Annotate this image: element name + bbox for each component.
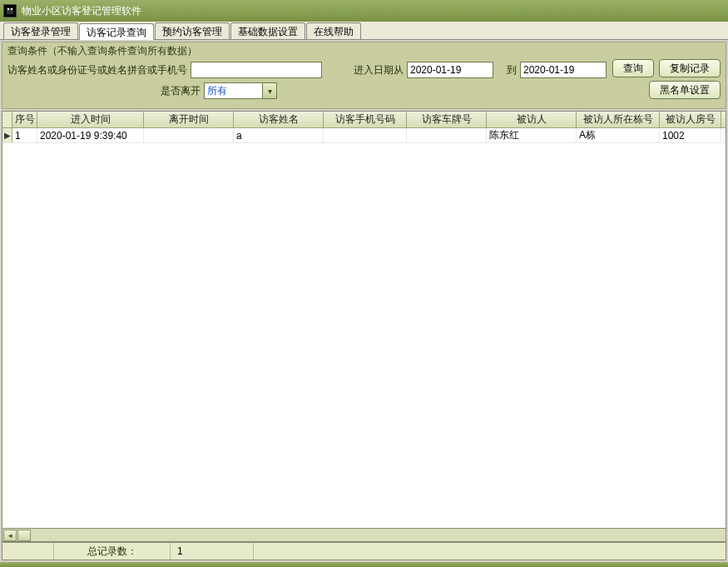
col-entry-time[interactable]: 进入时间 [37,112,144,127]
status-filler [254,543,726,560]
app-icon [3,4,17,17]
row-indicator-icon: ▶ [2,128,12,142]
chevron-down-icon[interactable]: ▾ [262,82,277,99]
status-bar: 总记录数： 1 [2,542,726,560]
horizontal-scrollbar[interactable]: ◂ [2,529,726,542]
status-total-value: 1 [171,543,254,560]
visitor-keyword-label: 访客姓名或身份证号或姓名拼音或手机号 [7,63,187,77]
grid-body[interactable]: ▶ 1 2020-01-19 9:39:40 a 陈东红 A栋 1002 [2,128,726,528]
cell-visitor-name: a [234,128,324,142]
scroll-left-icon[interactable]: ◂ [3,530,17,541]
window-bottom-border [0,562,728,567]
titlebar: 物业小区访客登记管理软件 [0,0,728,22]
left-flag-label: 是否离开 [161,84,201,98]
col-seq[interactable]: 序号 [12,112,37,127]
cell-seq: 1 [12,128,37,142]
query-button[interactable]: 查询 [612,59,654,77]
col-room[interactable]: 被访人房号 [660,112,721,127]
status-cell-blank [2,543,54,560]
records-grid: 序号 进入时间 离开时间 访客姓名 访客手机号码 访客车牌号 被访人 被访人所在… [2,111,726,529]
scroll-thumb[interactable] [17,530,31,541]
svg-rect-2 [11,8,12,10]
app-title: 物业小区访客登记管理软件 [22,4,141,18]
grid-corner [2,112,12,127]
blacklist-settings-button[interactable]: 黑名单设置 [649,81,721,99]
cell-room: 1002 [660,128,721,142]
table-row[interactable]: ▶ 1 2020-01-19 9:39:40 a 陈东红 A栋 1002 [2,128,726,143]
date-to-label: 到 [507,63,517,77]
col-visitor-phone[interactable]: 访客手机号码 [324,112,407,127]
date-from-input[interactable] [407,62,493,78]
cell-visitor-plate [407,128,487,142]
tab-visitor-record-query[interactable]: 访客记录查询 [79,23,154,40]
col-visitor-name[interactable]: 访客姓名 [234,112,324,127]
grid-header: 序号 进入时间 离开时间 访客姓名 访客手机号码 访客车牌号 被访人 被访人所在… [2,112,726,128]
date-from-label: 进入日期从 [354,63,404,77]
col-visitor-plate[interactable]: 访客车牌号 [407,112,487,127]
tabstrip: 访客登录管理 访客记录查询 预约访客管理 基础数据设置 在线帮助 [0,22,728,40]
tab-online-help[interactable]: 在线帮助 [306,22,361,39]
cell-building: A栋 [577,128,660,142]
search-panel: 查询条件（不输入查询条件查询所有数据） 访客姓名或身份证号或姓名拼音或手机号 进… [2,42,726,109]
search-legend: 查询条件（不输入查询条件查询所有数据） [7,44,721,58]
visitor-keyword-input[interactable] [191,62,322,78]
cell-entry-time: 2020-01-19 9:39:40 [37,128,144,142]
tab-appointment-visitor[interactable]: 预约访客管理 [155,22,230,39]
cell-visitee: 陈东红 [487,128,577,142]
cell-visitor-phone [324,128,407,142]
left-flag-value[interactable] [204,82,262,99]
tab-visitor-login[interactable]: 访客登录管理 [3,22,78,39]
col-building[interactable]: 被访人所在栋号 [577,112,660,127]
left-flag-combo[interactable]: ▾ [204,82,277,99]
svg-rect-1 [7,8,9,10]
col-visitee[interactable]: 被访人 [487,112,577,127]
status-total-label: 总记录数： [54,543,171,560]
tab-basic-data-settings[interactable]: 基础数据设置 [230,22,305,39]
col-leave-time[interactable]: 离开时间 [144,112,234,127]
cell-leave-time [144,128,234,142]
copy-record-button[interactable]: 复制记录 [659,59,721,77]
date-to-input[interactable] [520,62,607,78]
